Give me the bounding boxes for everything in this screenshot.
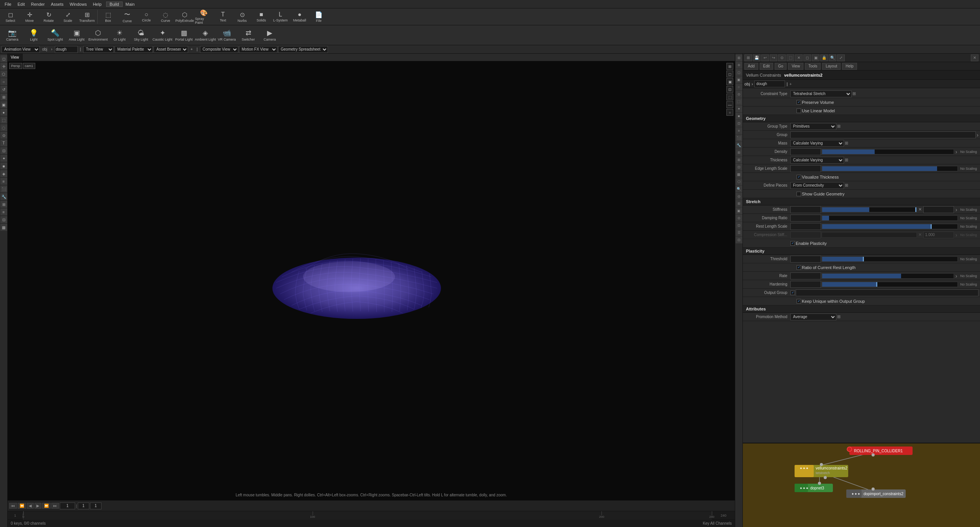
tree-view-select[interactable]: Tree View bbox=[83, 46, 114, 53]
frame-end-input[interactable] bbox=[90, 502, 102, 509]
rest-length-slider[interactable] bbox=[822, 224, 958, 229]
mass-select[interactable]: Calculate Varying bbox=[790, 140, 844, 147]
damping-slider[interactable] bbox=[822, 215, 958, 221]
rt-btn-19[interactable]: 🔍 bbox=[736, 186, 742, 192]
left-tool-15[interactable]: ■ bbox=[0, 163, 7, 169]
left-tool-16[interactable]: ◈ bbox=[0, 170, 7, 177]
tool-curve[interactable]: 〜Curve bbox=[118, 9, 137, 25]
rp-tb-save[interactable]: 💾 bbox=[753, 54, 760, 61]
left-tool-2[interactable]: ✛ bbox=[0, 63, 7, 70]
rt-btn-17[interactable]: ▩ bbox=[736, 171, 742, 178]
menu-edit[interactable]: Edit bbox=[15, 2, 28, 7]
tool-box[interactable]: ⬚Box bbox=[98, 9, 118, 25]
rt-btn-2[interactable]: ✛ bbox=[736, 62, 742, 69]
edge-length-input[interactable]: 0.85 bbox=[790, 165, 821, 172]
density-input[interactable]: 100 bbox=[790, 148, 821, 155]
btn-add[interactable]: Add bbox=[744, 63, 758, 70]
rate-arrow[interactable]: › bbox=[955, 273, 958, 279]
light-switcher[interactable]: ⇄Switcher bbox=[238, 26, 259, 45]
btn-next[interactable]: ⏩ bbox=[42, 503, 51, 509]
menu-help[interactable]: Help bbox=[90, 2, 105, 7]
vi-btn-5[interactable]: ⬚ bbox=[726, 94, 733, 100]
geometry-select[interactable]: Geometry Spreadsheet bbox=[278, 46, 328, 53]
menu-windows[interactable]: Windows bbox=[67, 2, 90, 7]
left-tool-4[interactable]: ○ bbox=[0, 78, 7, 85]
enable-plasticity-checkbox[interactable]: ✓ bbox=[790, 241, 795, 246]
left-tool-21[interactable]: ≡ bbox=[0, 209, 7, 215]
vi-btn-3[interactable]: ▣ bbox=[726, 78, 733, 85]
use-linear-checkbox[interactable] bbox=[796, 108, 801, 113]
rt-btn-6[interactable]: ⊙ bbox=[736, 91, 742, 98]
rt-btn-24[interactable]: ⊡ bbox=[736, 222, 742, 229]
rt-btn-3[interactable]: ◻ bbox=[736, 69, 742, 76]
stiffness-arrow[interactable]: › bbox=[955, 207, 958, 213]
btn-end[interactable]: ⏭ bbox=[51, 503, 59, 509]
show-guide-checkbox[interactable] bbox=[796, 192, 801, 196]
tool-lsystem[interactable]: LL-System bbox=[271, 9, 290, 25]
menu-render[interactable]: Render bbox=[28, 2, 48, 7]
output-group-input[interactable]: tetstretch bbox=[796, 289, 978, 296]
tool-spraypaint[interactable]: 🎨Spray Paint bbox=[194, 9, 213, 25]
left-tool-20[interactable]: ⊞ bbox=[0, 201, 7, 208]
left-tool-10[interactable]: ◌ bbox=[0, 124, 7, 131]
left-tool-19[interactable]: 🔧 bbox=[0, 193, 7, 200]
vi-btn-1[interactable]: ⊞ bbox=[726, 63, 733, 70]
btn-help[interactable]: Help bbox=[842, 63, 857, 70]
promotion-btn[interactable]: ⊞ bbox=[837, 314, 841, 319]
group-type-select[interactable]: Primitives bbox=[790, 123, 836, 130]
rt-btn-11[interactable]: ≡ bbox=[736, 127, 742, 134]
light-spot[interactable]: 🔦Spot Light bbox=[44, 26, 66, 45]
rp-tb-select[interactable]: ◻ bbox=[803, 54, 811, 61]
compression-input[interactable] bbox=[790, 231, 821, 238]
left-tool-7[interactable]: ▣ bbox=[0, 101, 7, 108]
define-pieces-select[interactable]: From Connectivity bbox=[790, 182, 844, 189]
tool-file[interactable]: 📄File bbox=[309, 9, 328, 25]
vis-thickness-checkbox[interactable]: ✓ bbox=[796, 175, 801, 179]
tool-metaball[interactable]: ●Metaball bbox=[290, 9, 309, 25]
tool-scale[interactable]: ⤢Scale bbox=[58, 9, 77, 25]
asset-select[interactable]: Asset Browser bbox=[154, 46, 188, 53]
viewport[interactable]: Persp cam1 ⊞ ◻ ▣ ⊡ ⬚ — ○ bbox=[8, 61, 735, 500]
light-ambient[interactable]: ◈Ambient Light bbox=[195, 26, 216, 45]
left-tool-18[interactable]: ⬛ bbox=[0, 186, 7, 192]
rp-tb-delete[interactable]: ✕ bbox=[795, 54, 803, 61]
rp-tb-lock[interactable]: 🔒 bbox=[820, 54, 828, 61]
btn-view[interactable]: View bbox=[788, 63, 803, 70]
rt-btn-1[interactable]: ⊞ bbox=[736, 54, 742, 61]
edge-length-slider[interactable] bbox=[822, 166, 958, 171]
tool-transform[interactable]: ⊞Transform bbox=[77, 9, 97, 25]
rate-slider[interactable] bbox=[822, 273, 954, 279]
light-camera[interactable]: 📷Camera bbox=[2, 26, 23, 45]
thickness-select[interactable]: Calculate Varying bbox=[790, 157, 844, 164]
stiffness-x[interactable]: ✕ bbox=[918, 207, 923, 212]
vi-btn-4[interactable]: ⊡ bbox=[726, 86, 733, 93]
stiffness-input[interactable]: 5 bbox=[790, 206, 821, 213]
mass-btn[interactable]: ⊞ bbox=[845, 141, 848, 146]
light-area[interactable]: ▣Area Light bbox=[66, 26, 87, 45]
promotion-select[interactable]: Average bbox=[790, 314, 836, 320]
thickness-btn[interactable]: ⊞ bbox=[845, 158, 848, 163]
node-name-input[interactable] bbox=[754, 80, 785, 87]
vi-btn-7[interactable]: ○ bbox=[726, 109, 733, 116]
tool-nurbs[interactable]: ⊙Nurbs bbox=[233, 9, 252, 25]
keep-unique-checkbox[interactable]: ✓ bbox=[796, 299, 801, 304]
rt-btn-16[interactable]: ⊡ bbox=[736, 164, 742, 171]
tool-polyextrude[interactable]: ⬡PolyExtrude bbox=[175, 9, 194, 25]
light-vrcam[interactable]: 📹VR Camera bbox=[216, 26, 238, 45]
rt-btn-18[interactable]: ⬡ bbox=[736, 178, 742, 185]
rt-btn-10[interactable]: ⊡ bbox=[736, 120, 742, 127]
rt-btn-23[interactable]: ⊙ bbox=[736, 215, 742, 222]
motion-select[interactable]: Motion FX View bbox=[239, 46, 277, 53]
preserve-volume-checkbox[interactable]: ✓ bbox=[796, 100, 801, 105]
rt-btn-12[interactable]: ⬛ bbox=[736, 135, 742, 141]
viewport-tab-view[interactable]: View bbox=[8, 54, 23, 61]
rp-tb-layout[interactable]: ▣ bbox=[812, 54, 819, 61]
hardening-slider[interactable] bbox=[822, 282, 958, 287]
left-tool-5[interactable]: ↺ bbox=[0, 86, 7, 93]
rt-btn-22[interactable]: ▣ bbox=[736, 207, 742, 214]
rt-btn-8[interactable]: ✦ bbox=[736, 105, 742, 112]
rt-btn-14[interactable]: ⊞ bbox=[736, 149, 742, 156]
light-env[interactable]: ⬡Environment bbox=[87, 26, 109, 45]
btn-edit[interactable]: Edit bbox=[760, 63, 773, 70]
left-tool-3[interactable]: ⬡ bbox=[0, 71, 7, 77]
